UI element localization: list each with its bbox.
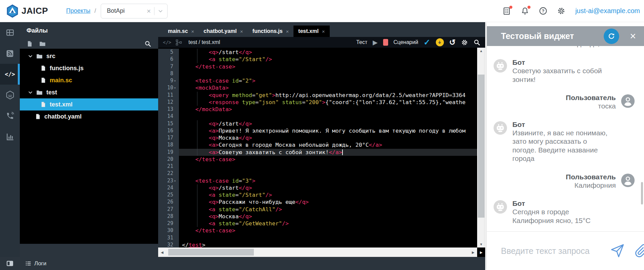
tab-main.sc[interactable]: main.sc× (163, 26, 199, 37)
close-icon[interactable]: × (240, 29, 243, 34)
deploy-button[interactable] (436, 38, 444, 46)
scrollbar-thumb[interactable] (478, 75, 485, 218)
new-folder-button[interactable] (39, 40, 46, 47)
code-line[interactable]: 23▾ <test-case id="3"> (158, 177, 477, 184)
code-line[interactable]: 31 (158, 234, 477, 241)
file-icon (40, 65, 46, 71)
notifications-button[interactable] (521, 7, 529, 15)
code-line[interactable]: 29 <a state="/GetWeather"/> (158, 220, 477, 227)
question-icon: ? (539, 7, 547, 15)
scroll-up-icon[interactable]: ▲ (477, 49, 485, 53)
tasks-button[interactable] (502, 7, 511, 15)
indent-guide (197, 149, 197, 156)
collapse-panel-icon[interactable] (6, 260, 14, 267)
code-area[interactable]: 5 <q>/start</q>6 <a state="/Start"/>7 </… (158, 48, 477, 248)
code-line[interactable]: 5 <q>/start</q> (158, 49, 477, 56)
sidebar-item-editor[interactable]: </> (0, 64, 20, 85)
code-line[interactable]: 9▾ <test-case id="2"> (158, 77, 477, 84)
horizontal-scrollbar[interactable]: ◀ ▶ (158, 248, 477, 257)
sidebar-item-analytics[interactable] (0, 126, 20, 147)
code-line[interactable]: 12 <response type="json" status="200">{"… (158, 99, 477, 106)
project-select[interactable]: BotApi × (101, 4, 168, 18)
undo-button[interactable]: ↺ (449, 39, 456, 46)
logs-button[interactable]: Логи (25, 260, 46, 267)
code-line[interactable]: 8 (158, 70, 477, 77)
stop-test-button[interactable] (383, 39, 388, 46)
close-icon[interactable]: × (286, 29, 289, 34)
jaicp-logo[interactable]: JAICP (6, 4, 48, 18)
tree-row-main.sc[interactable]: main.sc (20, 74, 158, 86)
line-number: 9 (170, 77, 173, 84)
clear-icon[interactable]: × (147, 7, 151, 15)
help-button[interactable]: ? (539, 7, 547, 15)
chat-input[interactable] (500, 246, 610, 256)
sidebar-item-channels[interactable] (0, 43, 20, 64)
tab-test.xml[interactable]: test.xml× (293, 26, 329, 37)
fold-icon[interactable]: ▾ (173, 84, 179, 91)
branch-view-icon[interactable] (175, 39, 182, 46)
fold-icon[interactable]: ▾ (173, 177, 179, 184)
app-window: JAICP Проекты / BotApi × (0, 0, 644, 270)
chevron-down-icon[interactable] (158, 8, 163, 14)
code-mode-icon[interactable]: </> (163, 40, 171, 45)
gutter-cell: 7 (158, 63, 179, 70)
validate-check-icon[interactable]: ✓ (424, 38, 430, 47)
sidebar-item-calls[interactable] (0, 105, 20, 126)
attach-icon[interactable] (635, 244, 644, 258)
code-line[interactable]: 26 <q>Расскажи что-нибудь еще</q> (158, 198, 477, 206)
code-line[interactable]: 13 </mockData> (158, 106, 477, 113)
sidebar-item-dashboard[interactable] (0, 22, 20, 43)
search-code-button[interactable] (473, 39, 480, 46)
breadcrumb-projects-link[interactable]: Проекты (66, 7, 90, 14)
chevron-down-icon[interactable] (28, 90, 33, 95)
tab-functions.js[interactable]: functions.js× (248, 26, 294, 37)
code-line[interactable]: 19 <a>Советую захватить с собой зонтик!<… (158, 149, 477, 156)
tree-row-chatbot.yaml[interactable]: chatbot.yaml (20, 110, 158, 123)
user-email[interactable]: just-ai@example.com (575, 7, 640, 15)
code-line[interactable]: 15 <q>/start</q> (158, 120, 477, 127)
refresh-button[interactable] (604, 29, 619, 44)
sidebar-item-bot[interactable] (0, 85, 20, 105)
code-line[interactable]: 11 <query method="get">http://api.openwe… (158, 92, 477, 99)
close-icon[interactable]: × (191, 29, 194, 34)
scroll-down-icon[interactable]: ▼ (477, 242, 485, 246)
code-line[interactable]: 21 (158, 163, 477, 170)
code-line[interactable]: 22 (158, 170, 477, 177)
code-line[interactable]: 6 <a state="/Start"/> (158, 56, 477, 63)
code-line[interactable]: 30 </test-case> (158, 227, 477, 234)
code-line[interactable]: 28 <q>Москва</q> (158, 213, 477, 220)
chat-scrollbar-thumb[interactable] (641, 182, 643, 205)
scrollbar-thumb[interactable] (168, 249, 254, 256)
search-files-button[interactable] (144, 40, 151, 47)
code-line[interactable]: 17 <q>Москва</q> (158, 134, 477, 141)
tree-row-src[interactable]: src (20, 50, 158, 62)
tree-row-functions.js[interactable]: functions.js (20, 62, 158, 74)
vertical-scrollbar[interactable]: ▲ ▼ (477, 48, 485, 248)
code-line[interactable]: 25 <a state="/Start"/> (158, 191, 477, 198)
new-file-button[interactable] (27, 41, 33, 47)
tree-row-test.xml[interactable]: test.xml (20, 98, 158, 110)
code-line[interactable]: 7 </test-case> (158, 63, 477, 70)
chevron-down-icon[interactable] (28, 54, 33, 59)
code-line[interactable]: 18 <a>Сегодня в городе Москва небольшой … (158, 141, 477, 148)
run-test-button[interactable]: ▶ (373, 39, 378, 46)
settings-button[interactable] (557, 7, 565, 15)
fold-icon[interactable]: ▾ (173, 77, 179, 84)
line-number: 10 (167, 84, 173, 91)
scroll-right-icon[interactable]: ▶ (472, 248, 474, 257)
scroll-left-icon[interactable]: ◀ (161, 248, 164, 257)
code-line[interactable]: 20 </test-case> (158, 156, 477, 163)
code-line[interactable]: 10▾ <mockData> (158, 84, 477, 91)
tree-row-test[interactable]: test (20, 86, 158, 98)
code-line[interactable]: 14 (158, 113, 477, 120)
scroll-corner[interactable]: ▶ (477, 248, 485, 257)
code-line[interactable]: 32</test> (158, 241, 477, 248)
send-icon[interactable] (610, 243, 625, 258)
code-line[interactable]: 24 <q>/start</q> (158, 184, 477, 191)
code-line[interactable]: 27 <a state="/CatchAll"/> (158, 206, 477, 213)
close-icon[interactable]: × (322, 29, 325, 34)
close-icon[interactable]: × (630, 31, 636, 41)
code-line[interactable]: 16 <a>Привет! Я электронный помощник. Я … (158, 127, 477, 134)
editor-settings-button[interactable] (461, 39, 468, 46)
tab-chatbot.yaml[interactable]: chatbot.yaml× (199, 26, 247, 37)
